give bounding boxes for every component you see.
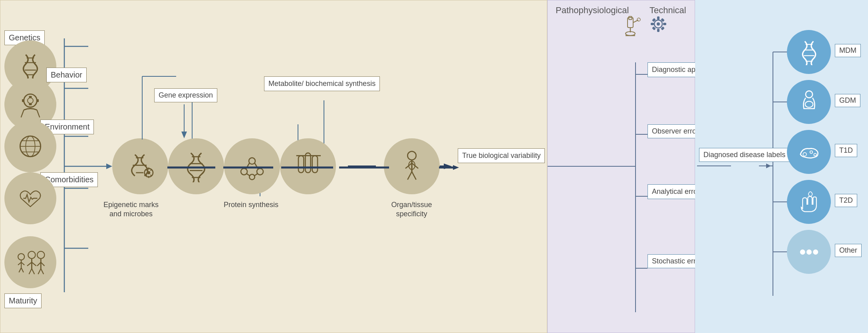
svg-rect-27 bbox=[29, 96, 32, 98]
svg-line-47 bbox=[32, 262, 36, 266]
svg-point-145 bbox=[806, 249, 812, 255]
metabolite-label: Metabolite/ biochemical synthesis bbox=[264, 76, 380, 91]
protein-synthesis-label: Protein synthesis bbox=[220, 200, 282, 209]
t2d-icon bbox=[787, 180, 831, 224]
svg-marker-7 bbox=[106, 164, 112, 169]
svg-rect-29 bbox=[22, 99, 24, 102]
svg-marker-101 bbox=[453, 165, 459, 170]
epigenetic-label: Epigenetic marks and microbes bbox=[101, 200, 161, 219]
environment-icon bbox=[4, 120, 56, 172]
svg-point-144 bbox=[800, 249, 805, 255]
svg-point-142 bbox=[810, 151, 812, 154]
main-flow bbox=[167, 164, 391, 171]
svg-rect-28 bbox=[29, 104, 32, 106]
svg-point-143 bbox=[814, 153, 816, 156]
middle-section: Pathophysiological Technical bbox=[547, 0, 695, 333]
svg-line-42 bbox=[19, 268, 21, 272]
main-container: Genetics Behavior bbox=[0, 0, 868, 333]
organ-icon bbox=[384, 138, 440, 194]
diagnosed-arrow bbox=[759, 162, 775, 170]
svg-marker-134 bbox=[766, 164, 771, 168]
svg-point-141 bbox=[803, 152, 806, 156]
svg-line-94 bbox=[412, 171, 416, 179]
t1d-icon bbox=[787, 130, 831, 174]
svg-point-60 bbox=[147, 171, 150, 174]
svg-line-82 bbox=[254, 174, 257, 176]
organ-to-bio-arrow bbox=[439, 164, 463, 171]
true-bio-label: True biological variability bbox=[458, 148, 545, 163]
svg-line-31 bbox=[21, 110, 24, 118]
svg-line-81 bbox=[247, 174, 250, 176]
t2d-label: T2D bbox=[835, 194, 857, 207]
comorbidities-icon bbox=[4, 172, 56, 224]
behavior-label: Behavior bbox=[46, 68, 87, 82]
svg-line-54 bbox=[38, 269, 41, 274]
mdm-label: MDM bbox=[835, 44, 861, 57]
svg-line-93 bbox=[407, 171, 412, 179]
right-section: Diagnosed disease labels MDM bbox=[695, 0, 868, 333]
svg-line-41 bbox=[21, 262, 24, 265]
maturity-icon bbox=[4, 236, 56, 288]
svg-point-50 bbox=[37, 251, 44, 259]
epigenetic-icon bbox=[112, 138, 168, 194]
svg-point-44 bbox=[28, 251, 35, 259]
gdm-label: GDM bbox=[835, 94, 860, 107]
organ-label: Organ/tissue specificity bbox=[381, 200, 443, 219]
other-icon bbox=[787, 230, 831, 274]
svg-line-48 bbox=[29, 269, 32, 274]
svg-line-43 bbox=[21, 268, 24, 272]
mdm-icon bbox=[787, 30, 831, 74]
maturity-label: Maturity bbox=[4, 293, 42, 308]
svg-line-49 bbox=[32, 269, 34, 274]
svg-line-32 bbox=[37, 110, 40, 118]
svg-point-140 bbox=[805, 101, 813, 107]
svg-point-26 bbox=[28, 98, 33, 104]
svg-line-40 bbox=[18, 262, 21, 265]
svg-point-89 bbox=[407, 152, 416, 160]
middle-connectors bbox=[548, 0, 695, 333]
t1d-label: T1D bbox=[835, 144, 857, 157]
svg-point-139 bbox=[805, 91, 812, 98]
gdm-icon bbox=[787, 80, 831, 124]
diagnosed-label: Diagnosed disease labels bbox=[699, 148, 790, 162]
epigenetic-gene-flow bbox=[136, 72, 184, 144]
svg-line-46 bbox=[27, 262, 32, 266]
svg-line-55 bbox=[41, 269, 44, 274]
other-label: Other bbox=[835, 244, 862, 257]
svg-rect-30 bbox=[37, 99, 39, 102]
svg-point-146 bbox=[813, 249, 818, 255]
left-section: Genetics Behavior bbox=[0, 0, 547, 333]
svg-point-78 bbox=[249, 174, 254, 179]
svg-point-38 bbox=[18, 253, 24, 260]
